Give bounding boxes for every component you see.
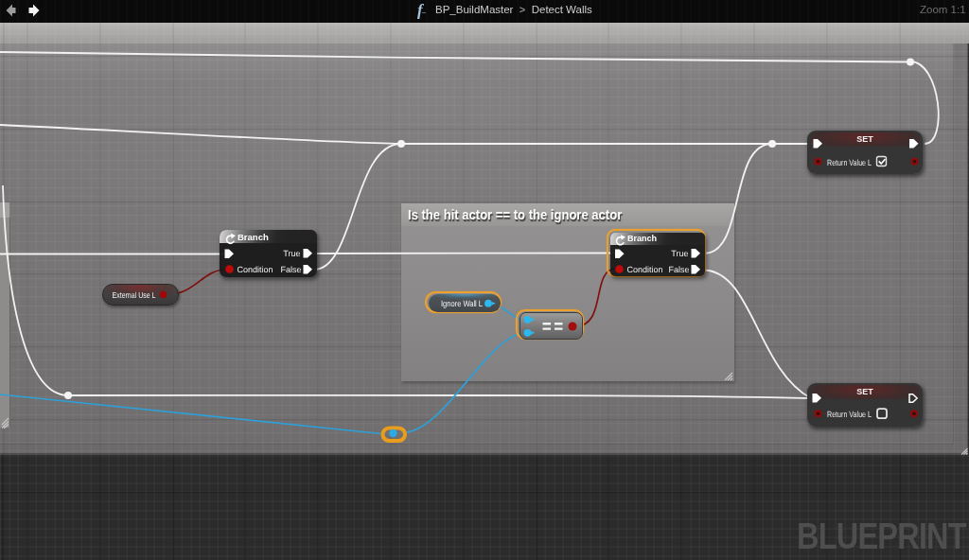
svg-text:Return Value L: Return Value L (827, 158, 872, 167)
svg-text:Condition: Condition (627, 265, 663, 274)
svg-text:External Use L: External Use L (113, 290, 156, 300)
svg-text:Condition: Condition (238, 265, 273, 274)
svg-text:True: True (671, 249, 688, 258)
svg-text:False: False (668, 265, 689, 274)
svg-text:False: False (280, 265, 301, 274)
svg-text:Return Value L: Return Value L (827, 410, 872, 419)
svg-text:True: True (283, 249, 300, 258)
svg-text:Ignore Wall L: Ignore Wall L (441, 299, 483, 308)
